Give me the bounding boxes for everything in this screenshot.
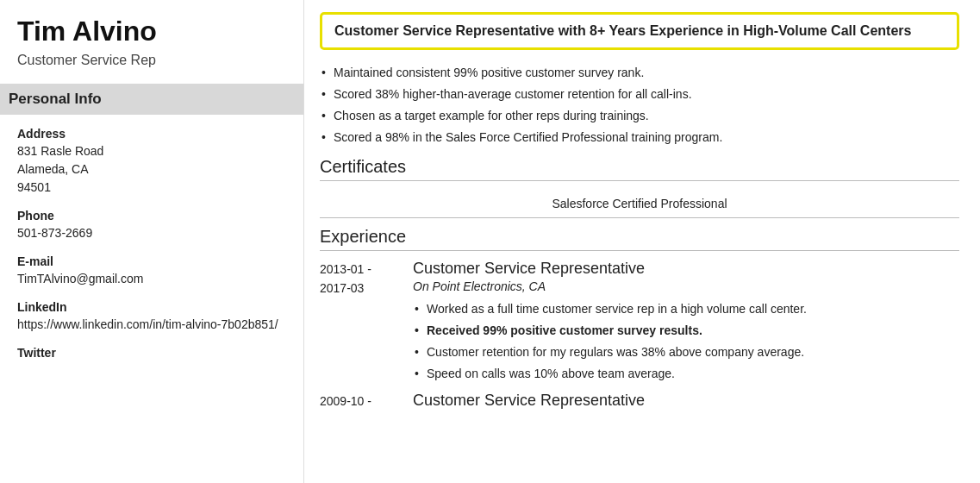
field-value: TimTAlvino@gmail.com bbox=[17, 270, 286, 288]
summary-bullet: Maintained consistent 99% positive custo… bbox=[320, 62, 959, 84]
experience-divider bbox=[320, 250, 959, 251]
exp-bullet: Speed on calls was 10% above team averag… bbox=[413, 363, 959, 385]
headline: Customer Service Representative with 8+ … bbox=[320, 12, 959, 50]
exp-job-title: Customer Service Representative bbox=[413, 260, 959, 278]
experience-section-title: Experience bbox=[320, 227, 959, 247]
exp-job-title: Customer Service Representative bbox=[413, 392, 959, 410]
experience-entry: 2009-10 -Customer Service Representative bbox=[320, 392, 959, 411]
field-label: Address bbox=[17, 127, 286, 141]
exp-dates: 2013-01 - 2017-03 bbox=[320, 260, 397, 385]
exp-bullet: Worked as a full time customer service r… bbox=[413, 298, 959, 320]
exp-company: On Point Electronics, CA bbox=[413, 279, 959, 293]
certificates-divider bbox=[320, 180, 959, 181]
exp-bullet: Received 99% positive customer survey re… bbox=[413, 320, 959, 342]
summary-bullet: Scored a 98% in the Sales Force Certifie… bbox=[320, 127, 959, 148]
field-value: 831 Rasle Road bbox=[17, 142, 286, 160]
exp-content: Customer Service Representative bbox=[413, 392, 959, 411]
certificate-item: Salesforce Certified Professional bbox=[320, 190, 959, 217]
field-label: E-mail bbox=[17, 254, 286, 268]
certificates-bottom-divider bbox=[320, 217, 959, 218]
experience-entry: 2013-01 - 2017-03Customer Service Repres… bbox=[320, 260, 959, 385]
certificates-section-title: Certificates bbox=[320, 157, 959, 177]
summary-bullets: Maintained consistent 99% positive custo… bbox=[320, 62, 959, 148]
field-value: 94501 bbox=[17, 179, 286, 197]
summary-bullet: Chosen as a target example for other rep… bbox=[320, 105, 959, 127]
exp-bullet: Customer retention for my regulars was 3… bbox=[413, 342, 959, 363]
exp-dates: 2009-10 - bbox=[320, 392, 397, 411]
field-value: https://www.linkedin.com/in/tim-alvino-7… bbox=[17, 316, 286, 334]
exp-bullets: Worked as a full time customer service r… bbox=[413, 298, 959, 385]
personal-info-fields: Address831 Rasle RoadAlameda, CA94501Pho… bbox=[17, 127, 286, 360]
candidate-title: Customer Service Rep bbox=[17, 53, 286, 68]
field-value: 501-873-2669 bbox=[17, 224, 286, 242]
field-label: Twitter bbox=[17, 346, 286, 360]
field-label: Phone bbox=[17, 209, 286, 223]
personal-info-header: Personal Info bbox=[0, 84, 303, 115]
experience-list: 2013-01 - 2017-03Customer Service Repres… bbox=[320, 260, 959, 411]
sidebar: Tim Alvino Customer Service Rep Personal… bbox=[0, 0, 304, 483]
summary-bullet: Scored 38% higher-than-average customer … bbox=[320, 84, 959, 105]
main-content: Customer Service Representative with 8+ … bbox=[304, 0, 980, 483]
field-value: Alameda, CA bbox=[17, 160, 286, 179]
exp-content: Customer Service RepresentativeOn Point … bbox=[413, 260, 959, 385]
candidate-name: Tim Alvino bbox=[17, 16, 286, 47]
field-label: LinkedIn bbox=[17, 300, 286, 314]
